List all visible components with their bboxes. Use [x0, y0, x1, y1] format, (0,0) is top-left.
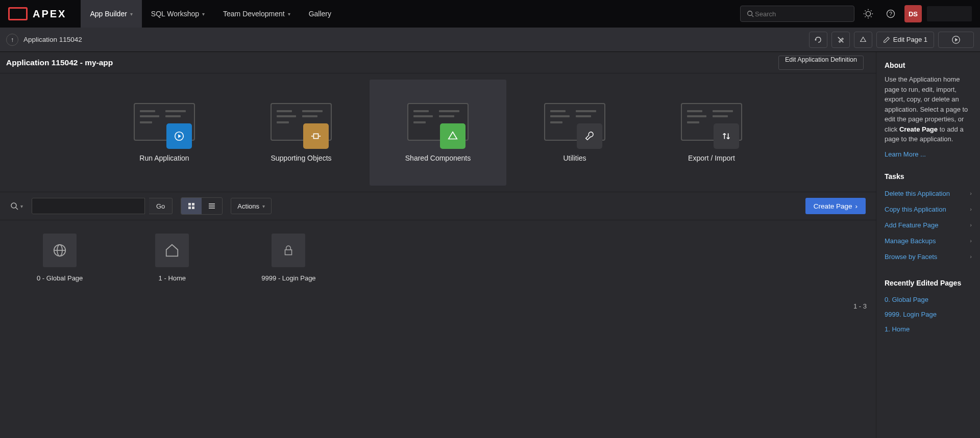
page-tile-label: 9999 - Login Page: [261, 274, 315, 282]
svg-text:?: ?: [889, 11, 892, 17]
play-icon: [951, 35, 961, 44]
view-list-button[interactable]: [202, 198, 222, 214]
card-label: Utilities: [563, 154, 586, 162]
recent-page-1[interactable]: 1. Home: [876, 322, 980, 337]
nav-team-dev[interactable]: Team Development ▾: [214, 0, 300, 28]
filter-input[interactable]: [32, 198, 145, 214]
shared-components-button[interactable]: [854, 32, 872, 48]
action-cards-row: Run Application Supporting Objects Share…: [0, 73, 876, 186]
subbar-right: Edit Page 1: [809, 32, 974, 48]
spotlight-button[interactable]: [860, 5, 877, 22]
task-add-feature[interactable]: Add Feature Page›: [876, 217, 980, 233]
svg-rect-22: [209, 205, 215, 207]
edit-page-button[interactable]: Edit Page 1: [876, 32, 934, 48]
task-delete-app[interactable]: Delete this Application›: [876, 186, 980, 201]
card-illustration: [544, 103, 605, 141]
recent-page-9999[interactable]: 9999. Login Page: [876, 307, 980, 322]
nav-app-builder[interactable]: App Builder ▾: [81, 0, 141, 28]
share-icon: [440, 123, 465, 149]
svg-rect-18: [192, 203, 194, 205]
page-thumb: [272, 234, 305, 267]
search-column-dropdown[interactable]: ▾: [5, 202, 28, 210]
task-label: Manage Backups: [885, 237, 936, 245]
actions-menu-button[interactable]: Actions ▾: [231, 198, 272, 214]
page-tile-label: 1 - Home: [159, 274, 186, 282]
global-search[interactable]: [740, 6, 854, 22]
task-label: Copy this Application: [885, 205, 946, 213]
card-label: Run Application: [139, 154, 189, 162]
topnav-right: ? DS: [740, 5, 972, 22]
card-run-application[interactable]: Run Application: [96, 80, 233, 186]
create-page-button[interactable]: Create Page ›: [805, 198, 866, 214]
task-manage-backups[interactable]: Manage Backups›: [876, 233, 980, 249]
task-label: Add Feature Page: [885, 221, 939, 229]
edit-def-label: Edit Application Definition: [785, 56, 857, 63]
card-label: Export / Import: [688, 154, 735, 162]
svg-line-16: [16, 208, 18, 210]
chevron-right-icon: ›: [970, 253, 972, 260]
help-button[interactable]: ?: [882, 5, 899, 22]
chevron-down-icon: ▾: [288, 11, 290, 17]
up-button[interactable]: ↑: [6, 34, 18, 46]
task-browse-facets[interactable]: Browse by Facets›: [876, 249, 980, 265]
run-page-button[interactable]: [938, 32, 974, 48]
about-text-1: Use the Application home page to run, ed…: [885, 75, 968, 133]
task-label: Browse by Facets: [885, 253, 937, 261]
card-shared-components[interactable]: Shared Components: [370, 80, 506, 186]
logo[interactable]: APEX: [8, 7, 66, 20]
arrow-up-icon: ↑: [11, 36, 14, 43]
wrench-icon: [577, 123, 602, 149]
page-title: Application 115042 - my-app: [6, 58, 113, 67]
task-copy-app[interactable]: Copy this Application›: [876, 201, 980, 217]
svg-rect-23: [209, 208, 215, 209]
recent-page-0[interactable]: 0. Global Page: [876, 292, 980, 307]
svg-point-5: [815, 39, 816, 40]
page-tile-home[interactable]: 1 - Home: [155, 234, 189, 282]
task-label: Delete this Application: [885, 190, 950, 197]
nav-sql-workshop[interactable]: SQL Workshop ▾: [142, 0, 214, 28]
go-label: Go: [156, 202, 165, 210]
main-area: Application 115042 - my-app Edit Applica…: [0, 52, 980, 438]
grid-icon: [187, 202, 195, 210]
pencil-icon: [883, 36, 890, 43]
page-tile-login[interactable]: 9999 - Login Page: [261, 234, 315, 282]
user-avatar[interactable]: DS: [904, 5, 922, 22]
card-utilities[interactable]: Utilities: [506, 80, 643, 186]
nav-items: App Builder ▾ SQL Workshop ▾ Team Develo…: [81, 0, 340, 28]
page-thumb: [155, 234, 189, 267]
svg-point-0: [748, 11, 752, 16]
search-input[interactable]: [755, 10, 849, 18]
tasks-heading: Tasks: [876, 172, 980, 186]
card-export-import[interactable]: Export / Import: [643, 80, 780, 186]
content-area: Application 115042 - my-app Edit Applica…: [0, 52, 876, 438]
svg-rect-17: [188, 203, 191, 205]
view-grid-button[interactable]: [181, 198, 202, 214]
page-lock-button[interactable]: [831, 32, 850, 48]
side-panel: About Use the Application home page to r…: [876, 52, 980, 438]
edit-page-label: Edit Page 1: [893, 36, 927, 43]
svg-point-15: [11, 203, 16, 208]
svg-rect-12: [313, 134, 318, 138]
recent-heading: Recently Edited Pages: [876, 279, 980, 292]
chevron-down-icon: ▾: [262, 203, 265, 209]
about-strong: Create Page: [899, 125, 938, 133]
nav-gallery[interactable]: Gallery: [300, 0, 340, 28]
svg-marker-11: [178, 134, 181, 138]
card-illustration: [407, 103, 469, 141]
chevron-right-icon: ›: [970, 222, 972, 228]
edit-app-definition-button[interactable]: Edit Application Definition: [778, 56, 864, 70]
chevron-down-icon: ▾: [130, 11, 133, 17]
card-supporting-objects[interactable]: Supporting Objects: [233, 80, 370, 186]
nav-label: App Builder: [90, 10, 127, 18]
learn-more-link[interactable]: Learn More ...: [876, 150, 980, 158]
svg-marker-9: [955, 38, 958, 41]
go-button[interactable]: Go: [149, 198, 173, 214]
plugin-icon: [303, 123, 329, 149]
svg-rect-19: [188, 207, 191, 209]
svg-line-1: [752, 15, 754, 17]
card-label: Supporting Objects: [271, 154, 331, 162]
page-designer-button[interactable]: [809, 32, 827, 48]
page-tile-global[interactable]: 0 - Global Page: [37, 234, 83, 282]
chevron-right-icon: ›: [855, 202, 858, 210]
nav-label: Team Development: [223, 10, 285, 18]
